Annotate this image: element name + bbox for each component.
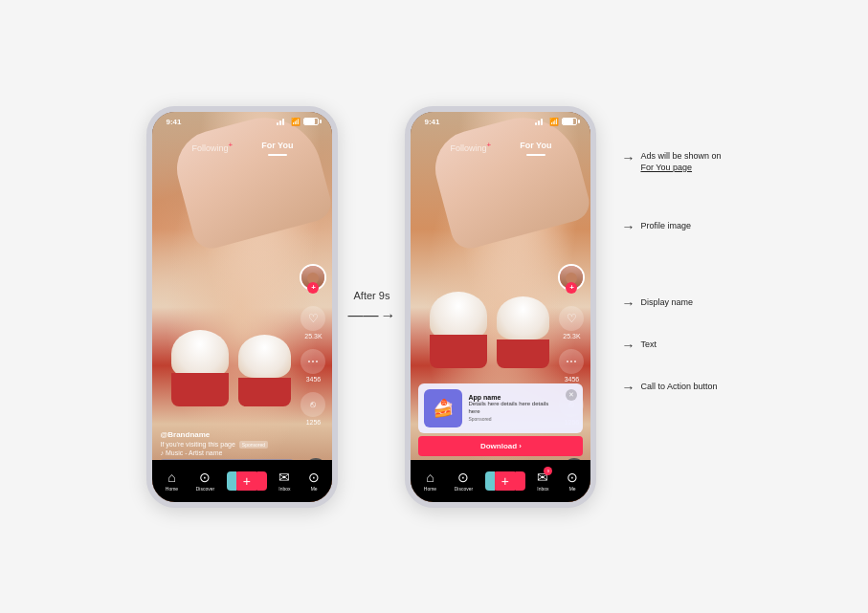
me-icon-2: ⊙ <box>567 470 578 485</box>
ad-card: 🍰 App name Details here details here det… <box>418 383 583 433</box>
phone-after: 9:41 📶 Following+ For You <box>405 106 596 508</box>
annotation-text-cta: Call to Action button <box>640 381 717 393</box>
nav-add-1[interactable]: + <box>233 471 261 491</box>
download-button-2[interactable]: Download › <box>418 436 583 456</box>
inbox-badge-container-2: ✉ 9 <box>537 470 548 485</box>
ad-sponsored-label: Sponsored <box>468 416 560 422</box>
ad-close-button[interactable]: ✕ <box>566 389 577 401</box>
annotation-ads-page: → Ads will be shown onFor You page <box>621 150 721 188</box>
comment-count-2: 3456 <box>565 376 580 383</box>
tab-following-2[interactable]: Following+ <box>451 141 492 153</box>
like-count-1: 25.3K <box>304 333 322 339</box>
comment-icon-1: ⋯ <box>300 349 325 374</box>
me-icon-1: ⊙ <box>308 470 320 485</box>
nav-me-1[interactable]: ⊙ Me <box>308 470 320 492</box>
follow-plus-icon-1: + <box>307 282 319 294</box>
nav-tabs-1: Following+ For You <box>152 125 332 157</box>
like-action-2[interactable]: ♡ 25.3K <box>559 306 584 339</box>
ad-content: App name Details here details here detai… <box>468 394 560 423</box>
nav-discover-2[interactable]: ⊙ Discover <box>455 470 473 492</box>
heart-icon-2: ♡ <box>559 306 584 331</box>
share-action-1[interactable]: ⎋ 1256 <box>300 392 325 426</box>
annotations: → Ads will be shown onFor You page → Pro… <box>621 150 721 406</box>
profile-button-2[interactable]: + <box>558 264 585 291</box>
ad-app-name: App name <box>468 394 560 401</box>
phone-before: 9:41 📶 Following+ For You <box>146 106 338 508</box>
annotation-arrow-display: → <box>621 296 634 311</box>
transition-arrow: After 9s ——→ <box>347 290 395 324</box>
annotation-arrow-profile: → <box>621 219 634 234</box>
nav-me-2[interactable]: ⊙ Me <box>567 470 578 492</box>
comment-icon-2: ⋯ <box>559 349 584 374</box>
annotation-text-text: Text <box>640 339 657 351</box>
nav-discover-1[interactable]: ⊙ Discover <box>196 470 214 492</box>
ad-app-icon: 🍰 <box>424 389 462 427</box>
inbox-badge-container-1: ✉ <box>278 470 290 485</box>
nav-home-1[interactable]: ⌂ Home <box>166 470 178 492</box>
heart-icon-1: ♡ <box>300 306 325 331</box>
arrow-symbol: ——→ <box>347 307 395 324</box>
share-count-1: 1256 <box>306 419 322 426</box>
sponsored-badge-1: Sponsored <box>239 441 268 449</box>
search-icon-2: ⊙ <box>457 470 469 485</box>
tab-for-you-1[interactable]: For You <box>261 141 293 153</box>
bottom-nav-1: ⌂ Home ⊙ Discover + ✉ Inbox ⊙ <box>152 460 332 502</box>
annotation-profile: → Profile image <box>621 208 721 246</box>
annotation-text-display: Display name <box>640 296 693 309</box>
caption-1: If you're visiting this page Sponsored <box>160 441 294 449</box>
home-icon-1: ⌂ <box>167 470 175 485</box>
comment-action-1[interactable]: ⋯ 3456 <box>300 349 325 383</box>
after-label: After 9s <box>354 290 390 301</box>
annotation-arrow-text: → <box>621 338 634 353</box>
side-actions-1: + ♡ 25.3K ⋯ 3456 ⎋ 1256 <box>300 264 326 426</box>
like-action-1[interactable]: ♡ 25.3K <box>300 306 325 339</box>
annotation-text-ads: Ads will be shown onFor You page <box>640 150 721 174</box>
tab-for-you-2[interactable]: For You <box>520 141 551 153</box>
annotation-arrow-ads: → <box>621 150 634 165</box>
page-layout: 9:41 📶 Following+ For You <box>127 87 740 527</box>
username-1: @Brandname <box>160 430 294 439</box>
nav-inbox-2[interactable]: ✉ 9 Inbox <box>537 470 548 492</box>
like-count-2: 25.3K <box>563 333 580 339</box>
inbox-icon-1: ✉ <box>278 470 290 485</box>
search-icon-1: ⊙ <box>199 470 211 485</box>
ad-details-text: Details here details here details here <box>468 401 560 416</box>
nav-tabs-2: Following+ For You <box>411 125 590 157</box>
annotation-arrow-cta: → <box>621 380 634 395</box>
comment-action-2[interactable]: ⋯ 3456 <box>559 349 584 383</box>
bottom-info-1: @Brandname If you're visiting this page … <box>160 430 294 456</box>
music-info-1: ♪ Music - Artist name <box>160 449 294 456</box>
nav-inbox-1[interactable]: ✉ Inbox <box>278 470 290 492</box>
comment-count-1: 3456 <box>306 376 322 383</box>
inbox-count-badge: 9 <box>544 467 552 475</box>
share-icon-1: ⎋ <box>300 392 325 417</box>
annotation-display-name: → Display name <box>621 284 721 322</box>
annotation-cta: → Call to Action button <box>621 368 721 406</box>
nav-add-2[interactable]: + <box>491 471 520 491</box>
tab-following-1[interactable]: Following+ <box>192 141 234 153</box>
follow-plus-icon-2: + <box>566 282 577 294</box>
nav-home-2[interactable]: ⌂ Home <box>424 470 436 492</box>
home-icon-2: ⌂ <box>426 470 434 485</box>
bottom-nav-2: ⌂ Home ⊙ Discover + ✉ 9 Inbox <box>411 460 590 502</box>
annotation-text-profile: Profile image <box>640 220 691 232</box>
annotation-text-item: → Text <box>621 326 721 364</box>
profile-button-1[interactable]: + <box>300 264 326 291</box>
